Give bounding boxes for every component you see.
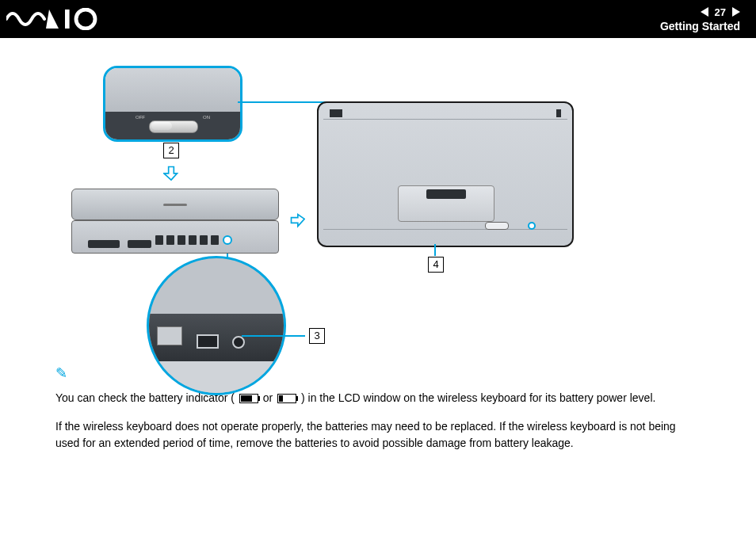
ports-closeup (147, 256, 286, 395)
note-icon: ✎ (55, 363, 67, 385)
switch-on-label: ON (203, 115, 210, 120)
keyboard-back (317, 101, 574, 247)
battery-low-icon (277, 394, 296, 403)
svg-point-2 (76, 10, 95, 29)
switch-off-label: OFF (136, 115, 145, 120)
arrow-down-icon (163, 165, 179, 181)
diagram: OFF ON 2 (55, 54, 674, 355)
svg-marker-0 (46, 10, 59, 29)
power-switch-closeup: OFF ON (103, 66, 242, 142)
next-page-icon[interactable] (732, 7, 740, 17)
page-nav: 27 (701, 6, 740, 18)
power-switch-icon (149, 120, 198, 133)
svg-rect-1 (65, 10, 70, 29)
callout-2: 2 (163, 143, 179, 158)
battery-full-icon (239, 394, 258, 403)
page-header: 27 Getting Started (0, 0, 756, 38)
note-line: You can check the battery indicator ( or… (55, 390, 701, 407)
body-paragraph: If the wireless keyboard does not operat… (55, 418, 701, 452)
section-title: Getting Started (660, 20, 740, 32)
arrow-right-icon (289, 212, 305, 228)
prev-page-icon[interactable] (701, 7, 708, 17)
callout-3: 3 (309, 328, 325, 344)
callout-4: 4 (428, 257, 444, 273)
page-number: 27 (715, 6, 726, 18)
keyboard-station-side (71, 189, 277, 260)
vaio-logo (6, 8, 101, 30)
